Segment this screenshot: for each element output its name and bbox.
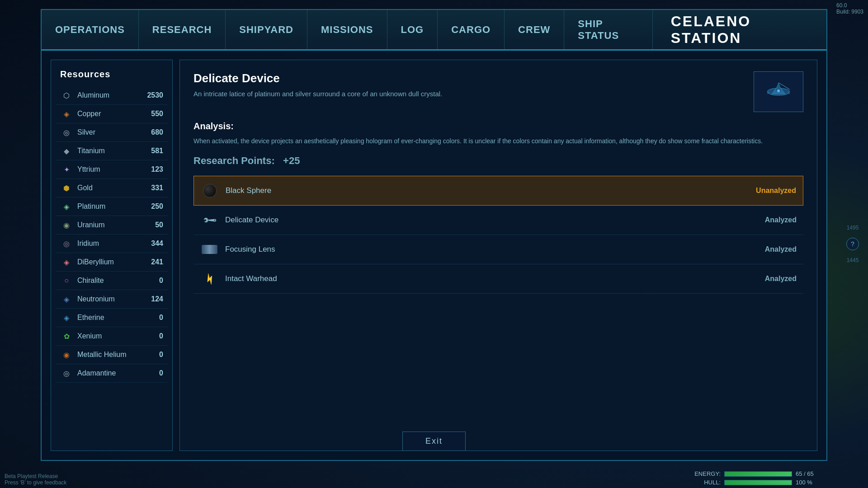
xenium-amount: 0	[145, 332, 163, 340]
neutronium-label: Neutronium	[77, 295, 145, 303]
hull-value: 100 %	[796, 479, 823, 486]
black-sphere-status: Unanalyzed	[756, 187, 796, 195]
resource-copper: ◈ Copper 550	[56, 105, 168, 123]
nav-crew[interactable]: Crew	[505, 10, 564, 49]
resources-panel: Resources ⬡ Aluminum 2530 ◈ Copper 550 ◎…	[51, 60, 173, 451]
item-info: Delicate Device An intricate latice of p…	[193, 71, 745, 99]
nav-research[interactable]: Research	[139, 10, 226, 49]
focusing-lens-status: Analyzed	[765, 245, 797, 253]
diberyllium-amount: 241	[145, 258, 163, 266]
intact-warhead-status: Analyzed	[765, 275, 797, 283]
aluminum-icon: ⬡	[60, 89, 73, 102]
item-title: Delicate Device	[193, 71, 745, 85]
svg-point-4	[777, 89, 780, 92]
build-value: Build: 9903	[836, 9, 863, 15]
copper-amount: 550	[145, 110, 163, 118]
iridium-amount: 344	[145, 239, 163, 248]
main-content: Resources ⬡ Aluminum 2530 ◈ Copper 550 ◎…	[42, 51, 826, 460]
resource-metallic-helium: ◉ Metallic Helium 0	[56, 346, 168, 364]
hull-label: HULL:	[693, 479, 721, 486]
hull-bar-fill	[725, 480, 792, 485]
neutronium-amount: 124	[145, 295, 163, 303]
artifact-list: Black Sphere Unanalyzed 🔧 Delicate Devic…	[193, 176, 803, 439]
ship-image	[760, 78, 797, 105]
platinum-icon: ◈	[60, 200, 73, 213]
artifact-delicate-device[interactable]: 🔧 Delicate Device Analyzed	[193, 206, 803, 235]
item-description: An intricate latice of platinum and silv…	[193, 89, 745, 99]
nav-bar: Operations Research Shipyard Missions Lo…	[42, 10, 826, 51]
metallic-helium-icon: ◉	[60, 348, 73, 361]
hud-frame: Operations Research Shipyard Missions Lo…	[41, 9, 827, 461]
energy-bar-bg	[724, 471, 792, 477]
side-number-2: 1445	[847, 257, 859, 263]
nav-log[interactable]: Log	[387, 10, 438, 49]
resource-etherine: ◈ Etherine 0	[56, 309, 168, 327]
adamantine-amount: 0	[145, 369, 163, 377]
xenium-label: Xenium	[77, 332, 145, 340]
uranium-amount: 50	[145, 221, 163, 229]
station-title: CELAENO STATION	[653, 10, 826, 49]
research-points-label: Research Points:	[193, 155, 275, 166]
help-button[interactable]: ?	[846, 238, 859, 250]
fps-display: 60.0 Build: 9903	[836, 2, 863, 15]
xenium-icon: ✿	[60, 330, 73, 343]
adamantine-label: Adamantine	[77, 369, 145, 377]
titanium-icon: ◆	[60, 145, 73, 157]
gold-icon: ⬢	[60, 182, 73, 194]
metallic-helium-label: Metallic Helium	[77, 351, 145, 359]
silver-amount: 680	[145, 128, 163, 136]
energy-label: ENERGY:	[693, 470, 721, 477]
artifact-focusing-lens[interactable]: Focusing Lens Analyzed	[193, 235, 803, 264]
iridium-icon: ◎	[60, 237, 73, 250]
metallic-helium-amount: 0	[145, 351, 163, 359]
aluminum-amount: 2530	[145, 91, 163, 99]
resource-titanium: ◆ Titanium 581	[56, 142, 168, 160]
research-points-value: +25	[283, 155, 300, 166]
black-sphere-name: Black Sphere	[226, 186, 756, 195]
delicate-device-status: Analyzed	[765, 216, 797, 224]
nav-ship-status[interactable]: Ship Status	[564, 10, 652, 49]
nav-operations[interactable]: Operations	[42, 10, 139, 49]
platinum-amount: 250	[145, 202, 163, 211]
detail-panel: Delicate Device An intricate latice of p…	[179, 60, 817, 451]
resource-yttrium: ✦ Yttrium 123	[56, 160, 168, 179]
diberyllium-label: DiBeryllium	[77, 258, 145, 266]
bottom-hud: ENERGY: 65 / 65 HULL: 100 %	[689, 468, 827, 488]
chiralite-amount: 0	[145, 277, 163, 285]
silver-icon: ◎	[60, 126, 73, 139]
resource-gold: ⬢ Gold 331	[56, 179, 168, 197]
intact-warhead-name: Intact Warhead	[225, 274, 765, 283]
etherine-label: Etherine	[77, 314, 145, 322]
iridium-label: Iridium	[77, 239, 145, 248]
resource-iridium: ◎ Iridium 344	[56, 235, 168, 253]
resource-uranium: ◉ Uranium 50	[56, 216, 168, 235]
adamantine-icon: ◎	[60, 367, 73, 380]
neutronium-icon: ◈	[60, 293, 73, 305]
yttrium-amount: 123	[145, 165, 163, 174]
nav-shipyard[interactable]: Shipyard	[226, 10, 307, 49]
etherine-icon: ◈	[60, 311, 73, 324]
artifact-intact-warhead[interactable]: ⚡ Intact Warhead Analyzed	[193, 264, 803, 294]
focusing-lens-name: Focusing Lens	[225, 245, 765, 254]
hull-row: HULL: 100 %	[693, 479, 823, 486]
copper-icon: ◈	[60, 108, 73, 120]
nav-cargo[interactable]: Cargo	[438, 10, 505, 49]
side-number-1: 1495	[847, 225, 859, 231]
resource-aluminum: ⬡ Aluminum 2530	[56, 86, 168, 105]
energy-value: 65 / 65	[796, 470, 823, 477]
titanium-amount: 581	[145, 147, 163, 155]
artifact-black-sphere[interactable]: Black Sphere Unanalyzed	[193, 176, 803, 206]
resource-silver: ◎ Silver 680	[56, 123, 168, 142]
titanium-label: Titanium	[77, 147, 145, 155]
delicate-device-icon: 🔧	[200, 211, 218, 229]
diberyllium-icon: ◈	[60, 256, 73, 268]
exit-button[interactable]: Exit	[402, 432, 466, 451]
copper-label: Copper	[77, 110, 145, 118]
item-thumbnail	[754, 71, 803, 112]
energy-row: ENERGY: 65 / 65	[693, 470, 823, 477]
yttrium-label: Yttrium	[77, 165, 145, 174]
fps-value: 60.0	[836, 2, 847, 9]
uranium-icon: ◉	[60, 219, 73, 231]
nav-missions[interactable]: Missions	[307, 10, 387, 49]
resources-title: Resources	[56, 67, 168, 86]
